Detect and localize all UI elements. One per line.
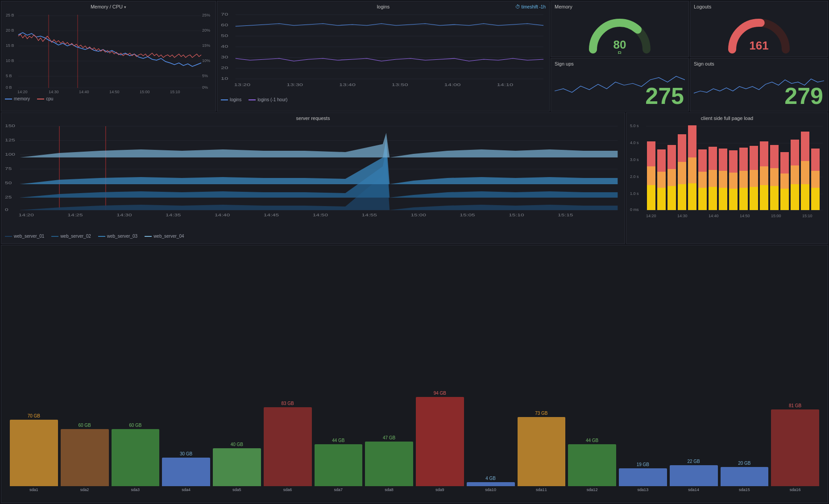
top-row: Memory / CPU ▾ 25 B 20 B 15 B 10 B 5 B 0…: [1, 1, 828, 112]
svg-text:20 B: 20 B: [6, 28, 14, 33]
disk-row: 70 GBsda160 GBsda260 GBsda330 GBsda440 G…: [1, 245, 828, 503]
bar-4-bot: [678, 184, 686, 210]
disk-bar-rect-sda15: [721, 467, 769, 486]
memory-color-swatch: [5, 99, 12, 99]
server-requests-legend: web_server_01 web_server_02 web_server_0…: [5, 234, 621, 239]
bar-2-bot: [657, 188, 666, 210]
timeshift-badge: ⏱ timeshift -1h: [515, 4, 546, 9]
disk-bar-rect-sda13: [619, 468, 667, 486]
disk-bar-rect-sda7: [315, 444, 363, 486]
svg-text:3.0 s: 3.0 s: [630, 157, 639, 162]
logins-1h-legend-item: logins (-1 hour): [249, 97, 287, 102]
logins-chart: 70 60 50 40 30 20 10 13:20: [221, 10, 546, 96]
disk-value-sda9: 94 GB: [434, 391, 446, 396]
disk-value-sda12: 44 GB: [586, 438, 598, 443]
svg-text:25 B: 25 B: [6, 13, 14, 17]
disk-bar-sda5: 40 GBsda5: [211, 442, 262, 492]
svg-text:5%: 5%: [202, 74, 208, 78]
disk-bar-rect-sda14: [670, 465, 718, 486]
bar-10-bot: [739, 188, 748, 210]
svg-marker-68: [20, 133, 618, 157]
ws04-label: web_server_04: [153, 234, 184, 239]
disk-label-sda10: sda10: [485, 487, 496, 492]
legend-memory-item: memory: [5, 96, 30, 101]
memory-legend-label: memory: [14, 96, 30, 101]
client-load-title: client side full page load: [630, 116, 824, 121]
disk-bar-sda11: 73 GBsda11: [516, 411, 567, 492]
svg-text:14:40: 14:40: [79, 90, 89, 94]
ws04-swatch: [145, 236, 152, 237]
disk-bar-rect-sda10: [467, 482, 515, 486]
ws01-label: web_server_01: [14, 234, 44, 239]
svg-text:50: 50: [5, 180, 12, 185]
disk-bar-rect-sda16: [771, 409, 819, 486]
disk-bar-sda14: 22 GBsda14: [668, 459, 719, 492]
bar-11-bot: [750, 187, 758, 210]
logins-legend-label: logins: [230, 97, 241, 102]
svg-text:14:20: 14:20: [17, 90, 28, 94]
svg-text:14:45: 14:45: [264, 212, 279, 217]
client-load-panel: client side full page load 5.0 s 4.0 s 3…: [626, 112, 828, 244]
svg-text:15:00: 15:00: [771, 214, 781, 218]
svg-text:14:20: 14:20: [19, 212, 34, 217]
disk-bar-rect-sda6: [264, 407, 312, 486]
middle-row: server requests 150 125 100 75 50 25 0: [1, 112, 828, 244]
disk-label-sda7: sda7: [334, 487, 343, 492]
disk-label-sda11: sda11: [536, 487, 547, 492]
svg-text:15:10: 15:10: [509, 212, 524, 217]
bar-8-bot: [719, 188, 727, 210]
bar-9-bot: [729, 189, 738, 210]
right-col-1: Memory 80 B Sign ups 275: [551, 1, 689, 112]
disk-bar-sda4: 30 GBsda4: [161, 451, 211, 492]
logins-legend: logins logins (-1 hour): [221, 97, 546, 102]
svg-text:70: 70: [221, 12, 228, 17]
disk-bar-rect-sda11: [518, 417, 566, 486]
svg-text:15 B: 15 B: [6, 43, 14, 48]
ws03-legend: web_server_03: [98, 234, 137, 239]
disk-value-sda6: 83 GB: [281, 401, 294, 406]
logins-legend-item: logins: [221, 97, 241, 102]
svg-text:14:10: 14:10: [497, 83, 513, 87]
svg-text:125: 125: [5, 137, 15, 142]
disk-value-sda1: 70 GB: [28, 413, 40, 418]
disk-label-sda6: sda6: [283, 487, 292, 492]
memory-cpu-panel: Memory / CPU ▾ 25 B 20 B 15 B 10 B 5 B 0…: [1, 1, 216, 112]
disk-label-sda9: sda9: [435, 487, 444, 492]
svg-text:15%: 15%: [202, 43, 210, 48]
signouts-value: 279: [784, 84, 823, 107]
disk-bar-sda7: 44 GBsda7: [313, 438, 364, 492]
disk-value-sda4: 30 GB: [180, 451, 192, 456]
disk-label-sda2: sda2: [80, 487, 89, 492]
logins-title: logins: [221, 4, 546, 9]
svg-marker-67: [20, 140, 618, 184]
cpu-legend-label: cpu: [46, 96, 53, 101]
svg-text:80: 80: [613, 38, 626, 51]
svg-text:14:55: 14:55: [362, 212, 377, 217]
ws03-label: web_server_03: [107, 234, 137, 239]
svg-text:13:40: 13:40: [339, 83, 356, 87]
cpu-color-swatch: [37, 99, 44, 99]
svg-text:5 B: 5 B: [6, 74, 12, 78]
svg-text:30: 30: [221, 55, 228, 59]
svg-text:4.0 s: 4.0 s: [630, 140, 639, 145]
svg-text:40: 40: [221, 44, 228, 49]
svg-text:14:20: 14:20: [646, 214, 656, 218]
bar-1-bot: [647, 185, 655, 210]
svg-text:14:50: 14:50: [313, 212, 328, 217]
disk-value-sda14: 22 GB: [687, 459, 700, 464]
disk-label-sda12: sda12: [587, 487, 598, 492]
legend-cpu-item: cpu: [37, 96, 53, 101]
svg-text:5.0 s: 5.0 s: [630, 124, 639, 128]
svg-text:14:30: 14:30: [116, 212, 132, 217]
bar-16-bot: [801, 184, 809, 210]
bar-17-bot: [811, 188, 820, 210]
disk-bar-sda9: 94 GBsda9: [414, 391, 465, 492]
svg-text:14:00: 14:00: [444, 83, 461, 87]
disk-bar-rect-sda9: [416, 397, 464, 486]
disk-label-sda5: sda5: [232, 487, 241, 492]
svg-text:14:35: 14:35: [166, 212, 181, 217]
signups-value: 275: [645, 84, 684, 107]
logins-swatch: [221, 99, 228, 100]
disk-bar-rect-sda5: [213, 448, 261, 486]
dropdown-arrow-icon[interactable]: ▾: [124, 5, 126, 9]
